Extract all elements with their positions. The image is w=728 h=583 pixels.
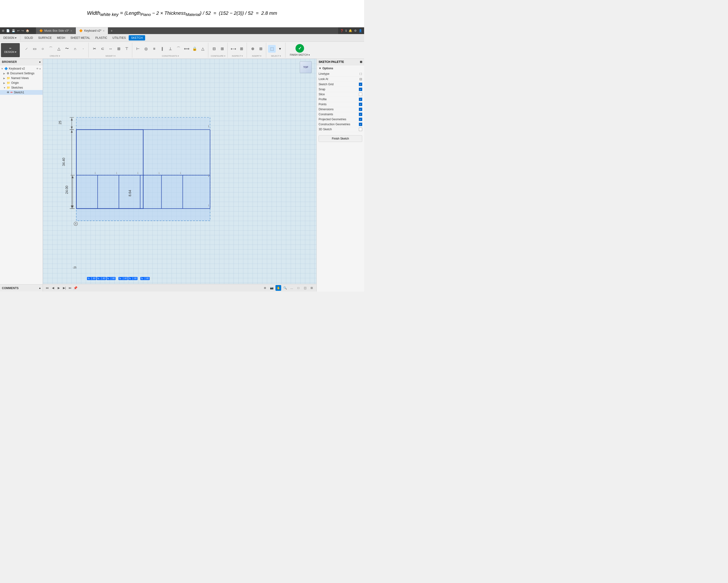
inspect-icon1[interactable]: ⟷ xyxy=(230,45,237,53)
constraint-perp[interactable]: ⊥ xyxy=(166,45,174,53)
constgeo-checkbox[interactable]: ✓ xyxy=(359,123,362,126)
fx-label-5[interactable]: fx: 2.80 xyxy=(128,277,137,280)
undo-icon[interactable]: ↩ xyxy=(17,29,20,32)
constraint-tri[interactable]: △ xyxy=(199,45,207,53)
home-icon[interactable]: 🏠 xyxy=(26,29,29,32)
info-icon[interactable]: ℹ xyxy=(345,29,347,32)
fx-label-2[interactable]: fx: 2.80 xyxy=(97,277,106,280)
user-icon[interactable]: 👤 xyxy=(359,29,362,32)
menu-utilities[interactable]: UTILITIES xyxy=(110,35,128,40)
tab-musicbox-close[interactable]: ✕ xyxy=(70,30,72,32)
notification-icon[interactable]: 🔔 xyxy=(348,29,352,32)
insert-icon2[interactable]: ⊞ xyxy=(257,45,264,53)
tool-snap[interactable]: ⊕ xyxy=(262,285,268,291)
polygon-tool[interactable]: △ xyxy=(55,45,63,53)
fx-label-6[interactable]: fx: 2.80 xyxy=(140,277,150,280)
browser-toggle[interactable]: ● xyxy=(39,60,41,63)
finish-sketch-panel-button[interactable]: Finish Sketch xyxy=(319,135,362,142)
fx-label-1[interactable]: fx: 2.80 xyxy=(87,277,96,280)
3dsketch-checkbox[interactable] xyxy=(359,128,362,131)
insert-icon1[interactable]: ⊕ xyxy=(249,45,256,53)
configure-icon2[interactable]: ⊞ xyxy=(218,45,226,53)
tree-item-namedviews[interactable]: ▶ 📁 Named Views xyxy=(0,76,43,81)
offset-tool[interactable]: ⊂ xyxy=(99,45,106,53)
constraint-fix[interactable]: ⊢ xyxy=(134,45,142,53)
rect-tool[interactable]: ▭ xyxy=(31,45,38,53)
dimensions-checkbox[interactable]: ✓ xyxy=(359,108,362,111)
arc-tool[interactable]: ⌒ xyxy=(47,45,55,53)
tool-split-view[interactable]: ◫ xyxy=(302,285,308,291)
pattern-tool[interactable]: ⊞ xyxy=(115,45,123,53)
redo-icon[interactable]: ↪ xyxy=(22,29,24,32)
view-cube[interactable]: TOP xyxy=(300,61,314,76)
tool-single-view[interactable]: □ xyxy=(295,285,301,291)
snap-checkbox[interactable]: ✓ xyxy=(359,88,362,91)
file-icon[interactable]: 📄 xyxy=(6,29,10,32)
mirror-tool[interactable]: ↔ xyxy=(107,45,114,53)
tree-item-keyboard[interactable]: ▼ 🔷 Keyboard v2 👁 ● xyxy=(0,66,43,71)
tool-zoom[interactable]: 🔍 xyxy=(282,285,288,291)
view-cube-box[interactable]: TOP xyxy=(300,61,312,73)
sketchgrid-checkbox[interactable]: ✓ xyxy=(359,83,362,86)
trim-tool[interactable]: ✂ xyxy=(90,45,98,53)
fx-label-4[interactable]: fx: 2.80 xyxy=(119,277,128,280)
tab-keyboard[interactable]: 🔶 Keyboard v2* ✕ xyxy=(76,27,108,34)
profile-checkbox[interactable]: ✓ xyxy=(359,98,362,101)
select-icon2[interactable]: ▾ xyxy=(276,45,284,53)
constraint-lock[interactable]: 🔒 xyxy=(191,45,199,53)
settings-icon[interactable]: ⚙ xyxy=(354,29,357,32)
save-icon[interactable]: 💾 xyxy=(12,29,15,32)
nav-play[interactable]: ▶ xyxy=(56,285,61,290)
menu-plastic[interactable]: PLASTIC xyxy=(93,35,110,40)
design-dropdown[interactable]: DESIGN ▾ xyxy=(1,35,19,40)
menu-mesh[interactable]: MESH xyxy=(55,35,68,40)
nav-prev[interactable]: ◀ xyxy=(51,285,55,290)
tree-item-docsettings[interactable]: ▶ ⚙ Document Settings xyxy=(0,71,43,76)
menu-surface[interactable]: SURFACE xyxy=(36,35,54,40)
tool-move[interactable]: ✋ xyxy=(276,285,281,291)
nav-record-icon[interactable]: 📌 xyxy=(73,286,77,290)
canvas-area[interactable]: ✓ ✓ ✓ ✓ ✓ ✓ ✓ ✓ 25 34.40 24.00 xyxy=(43,59,316,292)
tool-camera[interactable]: 📷 xyxy=(269,285,275,291)
points-checkbox[interactable]: ✓ xyxy=(359,103,362,106)
slice-checkbox[interactable] xyxy=(359,93,362,96)
tree-item-sketches[interactable]: ▼ 📁 Sketches xyxy=(0,85,43,90)
spline-tool[interactable]: 〜 xyxy=(63,45,71,53)
line-tool[interactable]: ⟋ xyxy=(23,45,30,53)
tool-more[interactable]: … xyxy=(289,285,294,291)
comments-toggle[interactable]: ● xyxy=(39,286,41,290)
menu-sketch[interactable]: SKETCH xyxy=(129,35,145,40)
sketch-palette-expand[interactable]: ⊞ xyxy=(360,60,362,63)
lookat-control[interactable]: ⊟ xyxy=(359,77,362,81)
constraints-checkbox[interactable]: ✓ xyxy=(359,113,362,116)
tree-item-sketch1[interactable]: 👁 ✏ Sketch1 xyxy=(0,90,43,95)
menu-sheetmetal[interactable]: SHEET METAL xyxy=(68,35,93,40)
conic-tool[interactable]: ∩ xyxy=(71,45,79,53)
nav-next[interactable]: ▶| xyxy=(62,285,67,290)
constraint-coincident[interactable]: ◎ xyxy=(142,45,150,53)
fx-label-3[interactable]: fx: 2.80 xyxy=(106,277,116,280)
finish-sketch-button[interactable]: ✓ FINISH SKETCH ▾ xyxy=(287,43,313,57)
constraint-tang[interactable]: ⌒ xyxy=(175,45,182,53)
tab-keyboard-close[interactable]: ✕ xyxy=(103,30,105,32)
grid-icon[interactable]: ⊞ xyxy=(2,29,4,32)
circle-tool[interactable]: ○ xyxy=(39,45,47,53)
projgeo-checkbox[interactable]: ✓ xyxy=(359,118,362,121)
extend-tool[interactable]: ⊤ xyxy=(123,45,131,53)
constraint-col[interactable]: ≡ xyxy=(150,45,158,53)
tree-item-origin[interactable]: ▶ 📁 Origin xyxy=(0,81,43,85)
menu-solid[interactable]: SOLID xyxy=(22,35,35,40)
tab-musicbox[interactable]: 🔶 Music Box Side v3* ✕ xyxy=(36,27,76,34)
linetype-control[interactable]: ⟨ ⟩ xyxy=(359,72,362,76)
point-tool[interactable]: · xyxy=(79,45,87,53)
help-icon[interactable]: ❓ xyxy=(340,29,344,32)
tab-add-button[interactable]: + xyxy=(108,27,115,34)
constraint-para[interactable]: ∥ xyxy=(158,45,166,53)
configure-icon1[interactable]: ⊟ xyxy=(210,45,218,53)
inspect-icon2[interactable]: ⊞ xyxy=(238,45,245,53)
constraint-sym[interactable]: ⟺ xyxy=(183,45,190,53)
nav-last[interactable]: ⏭ xyxy=(68,285,73,290)
design-button[interactable]: ✏ DESIGN ▾ xyxy=(1,43,20,57)
select-icon1[interactable]: ⬚ xyxy=(268,45,276,53)
tool-grid-view[interactable]: ⊞ xyxy=(309,285,315,291)
